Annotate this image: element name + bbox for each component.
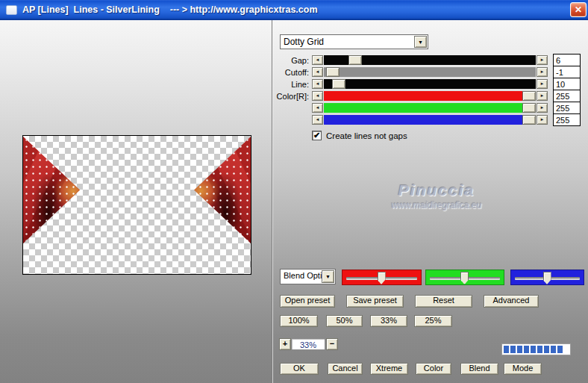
gap-value-field[interactable]: 6 <box>553 54 581 66</box>
zoom-out-button[interactable]: − <box>326 338 338 350</box>
slider-right-arrow-icon[interactable]: ► <box>537 103 548 113</box>
create-lines-checkbox-label[interactable]: Create lines not gaps <box>326 131 407 140</box>
progress-segment <box>510 346 516 353</box>
progress-segment <box>557 346 563 353</box>
plugin-dialog-window: AP [Lines] Lines - SilverLining --- > ht… <box>0 0 588 383</box>
blend-button[interactable]: Blend <box>460 363 498 375</box>
trackbar-thumb[interactable] <box>543 272 551 284</box>
effect-preset-value[interactable]: Dotty Grid <box>280 34 428 49</box>
slider-row-line: Line: ◄ ► <box>0 79 588 90</box>
progress-segment <box>544 346 549 353</box>
image-preview[interactable] <box>22 135 251 275</box>
progress-bar <box>501 343 571 355</box>
color-button[interactable]: Color <box>416 363 451 375</box>
slider-right-arrow-icon[interactable]: ► <box>537 115 548 125</box>
slider-track[interactable] <box>324 67 536 77</box>
zoom-level-field[interactable]: 33% <box>291 338 325 350</box>
slider-row-gap: Gap: ◄ ► <box>0 55 588 66</box>
green-value-field[interactable]: 255 <box>553 102 581 114</box>
ok-button[interactable]: OK <box>280 363 319 375</box>
slider-track[interactable] <box>324 79 536 89</box>
progress-segment <box>504 346 509 353</box>
slider-thumb[interactable] <box>522 103 536 113</box>
slider-row-color-green: ◄ ► <box>0 103 588 113</box>
chevron-down-icon[interactable]: ▼ <box>414 36 427 48</box>
slider-right-arrow-icon[interactable]: ► <box>537 91 548 101</box>
watermark-name: Pinuccia <box>351 181 522 199</box>
slider-row-color-red: Color[R]: ◄ ► <box>0 91 588 102</box>
trackbar-thumb[interactable] <box>378 272 386 284</box>
progress-segment <box>537 346 542 353</box>
slider-left-arrow-icon[interactable]: ◄ <box>312 67 323 77</box>
red-value-field[interactable]: 255 <box>553 90 581 102</box>
app-icon <box>6 5 17 15</box>
slider-track[interactable] <box>324 115 536 125</box>
slider-label: Cutoff: <box>269 68 309 77</box>
save-preset-button[interactable]: Save preset <box>346 295 404 308</box>
title-bar[interactable]: AP [Lines] Lines - SilverLining --- > ht… <box>0 0 588 20</box>
progress-segment <box>551 346 556 353</box>
zoom-50-button[interactable]: 50% <box>326 315 363 327</box>
open-preset-button[interactable]: Open preset <box>280 295 335 308</box>
slider-thumb[interactable] <box>522 91 536 101</box>
close-icon[interactable]: ✕ <box>570 2 587 17</box>
watermark-url: www.maidiregrafica.eu <box>351 200 522 211</box>
slider-label: Gap: <box>269 56 309 65</box>
slider-right-arrow-icon[interactable]: ► <box>537 79 548 89</box>
reset-button[interactable]: Reset <box>415 295 472 308</box>
blue-value-field[interactable]: 255 <box>553 113 581 126</box>
progress-segment <box>524 346 529 353</box>
slider-row-cutoff: Cutoff: ◄ ► <box>0 67 588 78</box>
window-title: AP [Lines] Lines - SilverLining --- > ht… <box>22 0 318 20</box>
slider-left-arrow-icon[interactable]: ◄ <box>312 91 323 101</box>
slider-thumb[interactable] <box>332 79 345 89</box>
blend-options-dropdown[interactable]: Blend Opti ▼ <box>280 269 336 284</box>
slider-track[interactable] <box>324 91 536 101</box>
line-value-field[interactable]: 10 <box>553 78 581 90</box>
slider-thumb[interactable] <box>348 55 362 65</box>
preview-left-triangle <box>23 137 80 243</box>
slider-left-arrow-icon[interactable]: ◄ <box>312 103 323 113</box>
slider-thumb[interactable] <box>522 115 536 125</box>
blue-channel-trackbar[interactable] <box>510 270 584 285</box>
slider-row-color-blue: ◄ ► <box>0 115 588 125</box>
chevron-down-icon[interactable]: ▼ <box>322 270 334 283</box>
xtreme-button[interactable]: Xtreme <box>370 363 408 375</box>
progress-segment <box>517 346 522 353</box>
progress-segment <box>531 346 536 353</box>
value-box-column: 6 -1 10 255 255 255 <box>553 54 581 126</box>
preview-right-triangle <box>194 137 251 243</box>
slider-left-arrow-icon[interactable]: ◄ <box>312 79 323 89</box>
slider-track[interactable] <box>324 103 536 113</box>
red-channel-trackbar[interactable] <box>342 270 422 285</box>
zoom-in-button[interactable]: + <box>279 338 291 350</box>
slider-label: Line: <box>269 80 309 89</box>
slider-right-arrow-icon[interactable]: ► <box>537 55 548 65</box>
slider-thumb[interactable] <box>326 67 340 77</box>
zoom-33-button[interactable]: 33% <box>370 315 407 327</box>
cutoff-value-field[interactable]: -1 <box>553 66 581 78</box>
watermark: Pinuccia www.maidiregrafica.eu <box>351 181 522 211</box>
slider-track[interactable] <box>324 55 536 65</box>
effect-preset-dropdown[interactable]: Dotty Grid ▼ <box>280 34 428 49</box>
zoom-100-button[interactable]: 100% <box>280 315 318 327</box>
slider-left-arrow-icon[interactable]: ◄ <box>312 55 323 65</box>
green-channel-trackbar[interactable] <box>425 270 504 285</box>
slider-right-arrow-icon[interactable]: ► <box>537 67 548 77</box>
advanced-button[interactable]: Advanced <box>484 295 539 308</box>
trackbar-thumb[interactable] <box>460 272 469 284</box>
slider-left-arrow-icon[interactable]: ◄ <box>312 115 323 125</box>
create-lines-checkbox[interactable]: ✔ <box>312 131 322 140</box>
zoom-25-button[interactable]: 25% <box>414 315 452 327</box>
mode-button[interactable]: Mode <box>504 363 542 375</box>
cancel-button[interactable]: Cancel <box>328 363 363 375</box>
slider-label: Color[R]: <box>269 92 309 101</box>
